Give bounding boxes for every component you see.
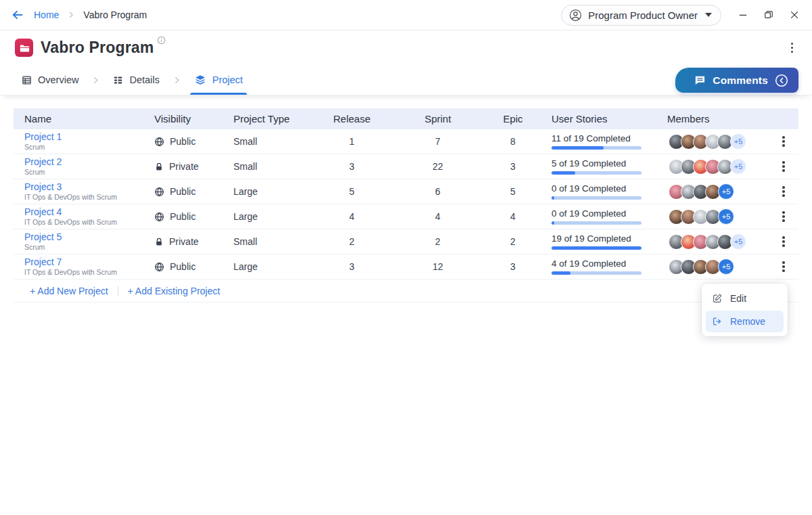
visibility-label: Public [170, 186, 196, 197]
collapse-chevron-icon[interactable] [775, 74, 788, 87]
table-row: Project 2ScrumPrivateSmall32235 of 19 Co… [14, 154, 798, 179]
project-framework-label: Scrum [24, 143, 154, 152]
row-more-menu[interactable] [778, 132, 789, 152]
release-count: 4 [319, 211, 384, 222]
user-role-dropdown[interactable]: Program Product Owner [561, 5, 721, 26]
project-name-link[interactable]: Project 1 [24, 132, 62, 142]
epic-count: 2 [491, 236, 535, 247]
sprint-count: 4 [384, 211, 491, 222]
project-name-link[interactable]: Project 7 [24, 257, 62, 267]
members-avatar-group: +5 [667, 158, 769, 175]
col-header-name: Name [14, 113, 154, 125]
members-more-badge[interactable]: +5 [730, 158, 746, 175]
table-body: Project 1ScrumPublicSmall17811 of 19 Com… [14, 129, 798, 279]
table-row: Project 5ScrumPrivateSmall22219 of 19 Co… [14, 229, 798, 254]
row-more-menu[interactable] [778, 157, 789, 177]
menu-item-edit-label: Edit [730, 293, 746, 304]
visibility-label: Private [169, 236, 199, 247]
release-count: 3 [319, 261, 384, 272]
tab-overview-label: Overview [38, 74, 78, 85]
tab-details[interactable]: Details [113, 65, 159, 95]
close-button[interactable] [789, 9, 800, 20]
restore-button[interactable] [763, 9, 774, 20]
page-more-menu[interactable] [787, 38, 798, 58]
stories-progress-label: 4 of 19 Completed [551, 259, 667, 269]
project-framework-label: IT Ops & DevOps with Scrum [24, 269, 154, 277]
epic-count: 5 [491, 186, 535, 197]
row-more-menu[interactable] [778, 232, 789, 252]
table-row: Project 7IT Ops & DevOps with ScrumPubli… [14, 254, 798, 279]
row-more-menu[interactable] [778, 207, 789, 227]
breadcrumb-chevron-icon [67, 11, 75, 19]
members-more-badge[interactable]: +5 [718, 208, 734, 225]
project-type-cell: Large [233, 186, 319, 197]
tab-chevron-icon [173, 76, 181, 85]
members-more-badge[interactable]: +5 [730, 133, 746, 150]
table-footer: + Add New Project + Add Existing Project [14, 279, 798, 303]
project-name-link[interactable]: Project 2 [24, 157, 62, 167]
comments-button[interactable]: Comments [675, 68, 798, 93]
project-name-link[interactable]: Project 5 [24, 232, 62, 242]
menu-item-remove-label: Remove [730, 316, 765, 327]
add-new-project-button[interactable]: + Add New Project [30, 286, 108, 296]
release-count: 5 [319, 186, 384, 197]
project-name-link[interactable]: Project 4 [24, 207, 62, 217]
details-icon [113, 75, 123, 85]
edit-icon [712, 293, 723, 304]
chevron-down-icon [705, 13, 712, 17]
overview-icon [22, 75, 32, 85]
stories-progress-label: 5 of 19 Completed [551, 158, 667, 169]
stories-progress-label: 0 of 19 Completed [551, 183, 667, 194]
page-title: Vabro Program [41, 39, 154, 57]
sprint-count: 6 [384, 186, 491, 197]
row-more-menu[interactable] [778, 257, 789, 277]
comment-icon [694, 74, 706, 86]
project-type-cell: Large [233, 211, 319, 222]
globe-icon [154, 212, 164, 222]
members-avatar-group: +5 [667, 259, 769, 275]
epic-count: 3 [491, 261, 535, 272]
footer-divider [118, 286, 118, 296]
projects-table: Name Visibility Project Type Release Spr… [14, 108, 798, 303]
sprint-count: 12 [384, 261, 491, 272]
members-more-badge[interactable]: +5 [718, 183, 734, 200]
row-more-menu[interactable] [778, 182, 789, 202]
lock-icon [154, 237, 164, 247]
stories-progress-bar [551, 221, 641, 225]
sprint-count: 7 [384, 136, 491, 147]
col-header-members: Members [667, 113, 769, 125]
tab-overview[interactable]: Overview [22, 65, 78, 95]
project-name-link[interactable]: Project 3 [24, 182, 62, 192]
project-type-cell: Small [233, 236, 319, 247]
globe-icon [154, 262, 164, 272]
info-icon[interactable] [157, 36, 166, 45]
table-row: Project 1ScrumPublicSmall17811 of 19 Com… [14, 129, 798, 154]
visibility-label: Public [170, 211, 196, 222]
col-header-epic: Epic [491, 113, 535, 125]
row-context-menu: Edit Remove [702, 284, 788, 336]
menu-item-remove[interactable]: Remove [706, 311, 784, 332]
col-header-visibility: Visibility [154, 113, 233, 125]
members-more-badge[interactable]: +5 [718, 259, 734, 275]
table-row: Project 3IT Ops & DevOps with ScrumPubli… [14, 179, 798, 204]
top-bar: Home Vabro Program Program Product Owner [0, 0, 812, 30]
add-existing-project-button[interactable]: + Add Existing Project [128, 286, 221, 296]
breadcrumb-current: Vabro Program [83, 9, 147, 20]
minimize-button[interactable] [738, 9, 748, 20]
project-type-cell: Large [233, 261, 319, 272]
back-arrow-icon[interactable] [11, 8, 24, 22]
globe-icon [154, 187, 164, 197]
col-header-release: Release [319, 113, 384, 125]
remove-icon [712, 316, 723, 327]
tab-project[interactable]: Project [194, 65, 243, 95]
visibility-label: Private [169, 161, 199, 172]
col-header-user-stories: User Stories [535, 113, 667, 125]
sprint-count: 22 [384, 161, 491, 172]
window-controls [738, 9, 800, 20]
stories-progress-label: 11 of 19 Completed [551, 133, 667, 143]
sprint-count: 2 [384, 236, 491, 247]
lock-icon [154, 162, 164, 172]
breadcrumb-home-link[interactable]: Home [34, 9, 59, 20]
members-more-badge[interactable]: +5 [730, 233, 746, 250]
menu-item-edit[interactable]: Edit [706, 288, 784, 309]
